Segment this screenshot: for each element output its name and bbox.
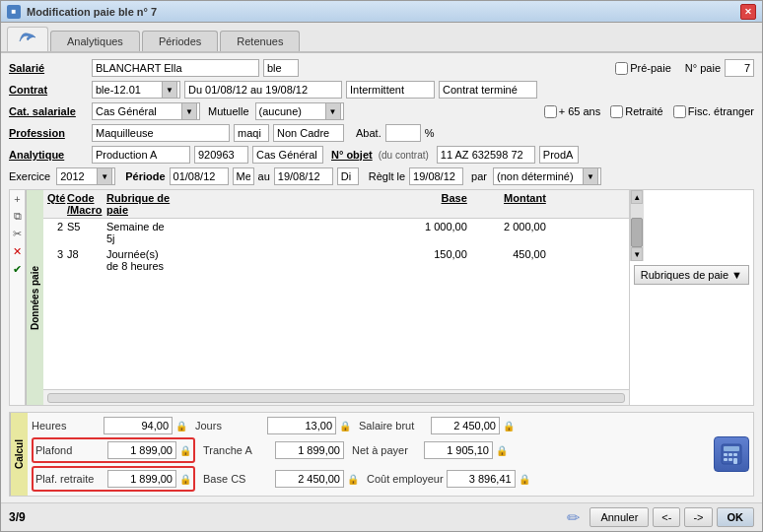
plafond-label: Plafond [35, 444, 104, 456]
analytique-type-input[interactable] [252, 146, 323, 164]
col-rubrique: Rubrique de paie [104, 191, 173, 217]
table-body: 2 S5 Semaine de 5j 1 000,00 2 000,00 3 J… [43, 219, 629, 389]
contrat-type-input[interactable] [346, 81, 435, 99]
cat-salariale-row: Cat. salariale ▼ Mutuelle ▼ + 65 ans Ret… [9, 102, 754, 120]
annuler-button[interactable]: Annuler [590, 507, 649, 527]
contrat-select-wrap[interactable]: ▼ [92, 81, 180, 99]
tranche-a-input[interactable] [275, 441, 344, 459]
plafond-highlighted: Plafond 🔒 [32, 437, 195, 463]
analytique-input[interactable] [92, 146, 190, 164]
salaire-brut-input[interactable] [431, 417, 500, 434]
table-hscroll[interactable] [43, 389, 629, 405]
pre-paie-checkbox[interactable] [615, 62, 628, 75]
table-row[interactable]: 2 S5 Semaine de 5j 1 000,00 2 000,00 [43, 219, 629, 246]
mutuelle-input[interactable] [256, 103, 325, 119]
plaf-retraite-highlighted: Plaf. retraite 🔒 [32, 466, 195, 492]
fisc-checkbox[interactable] [673, 105, 686, 118]
bird-icon [18, 32, 37, 45]
mutuelle-dropdown-arrow[interactable]: ▼ [325, 102, 341, 120]
tab-retenues[interactable]: Retenues [220, 31, 300, 51]
cat-dropdown-arrow[interactable]: ▼ [181, 102, 197, 120]
abat-pct: % [425, 127, 435, 139]
plaf-retraite-input[interactable] [107, 470, 176, 488]
no-paie-input[interactable] [725, 59, 754, 77]
regle-date-input[interactable] [409, 167, 463, 185]
base-cs-calc: Base CS 🔒 [203, 470, 359, 488]
net-payer-input[interactable] [424, 441, 493, 459]
periode-from-day-input[interactable] [233, 167, 254, 185]
next-button[interactable]: -> [684, 507, 712, 527]
hscroll-bar[interactable] [47, 393, 625, 403]
scroll-up-arrow[interactable]: ▲ [631, 190, 643, 204]
periode-label: Période [125, 170, 165, 182]
no-objet-input[interactable] [437, 146, 535, 164]
prev-button[interactable]: <- [653, 507, 680, 527]
row1-rubrique: Semaine de 5j [104, 220, 173, 245]
copy-icon[interactable]: ⧉ [13, 209, 23, 224]
check-icon[interactable]: ✔ [12, 262, 23, 277]
tranche-a-calc: Tranche A [203, 441, 344, 459]
table-row[interactable]: 3 J8 Journée(s) de 8 heures 150,00 450,0… [43, 246, 629, 274]
close-button[interactable]: ✕ [740, 4, 756, 20]
tab-analytiques[interactable]: Analytiques [50, 31, 140, 51]
cat-salariale-input[interactable] [93, 103, 181, 119]
plafond-input[interactable] [107, 441, 176, 459]
base-cs-input[interactable] [275, 470, 344, 488]
plafond-lock-icon: 🔒 [179, 445, 191, 456]
row1-montant: 2 000,00 [469, 220, 548, 245]
side-icons-panel: + ⧉ ✂ ✕ ✔ [10, 190, 26, 405]
rubriques-dropdown-arrow[interactable]: ▼ [731, 269, 742, 281]
contrat-row: Contrat ▼ [9, 81, 754, 99]
calculator-icon [720, 442, 743, 466]
cadre-input[interactable] [273, 124, 344, 142]
plus65-checkbox[interactable] [544, 105, 557, 118]
contrat-dropdown-arrow[interactable]: ▼ [162, 81, 177, 99]
add-icon[interactable]: + [13, 192, 21, 206]
par-arrow[interactable]: ▼ [583, 167, 598, 185]
rubriques-de-paie-button[interactable]: Rubriques de paie ▼ [634, 265, 749, 285]
cout-employeur-input[interactable] [447, 470, 516, 488]
scroll-down-arrow[interactable]: ▼ [631, 247, 643, 261]
fisc-wrap: Fisc. étranger [673, 105, 754, 118]
delete-icon[interactable]: ✕ [12, 244, 23, 259]
net-payer-calc: Net à payer 🔒 [352, 441, 508, 459]
ok-button[interactable]: OK [717, 507, 755, 527]
retraite-checkbox[interactable] [610, 105, 623, 118]
mutuelle-select[interactable]: ▼ [255, 102, 344, 120]
svg-rect-4 [733, 453, 737, 456]
scroll-thumb[interactable] [631, 218, 643, 247]
contrat-status-input[interactable] [439, 81, 537, 99]
salarie-code-input[interactable] [263, 59, 299, 77]
contrat-period-input[interactable] [184, 81, 342, 99]
abat-input[interactable] [385, 124, 421, 142]
calculator-button[interactable] [714, 436, 749, 472]
row1-code: S5 [65, 220, 104, 245]
tab-icon[interactable] [7, 27, 48, 51]
par-input[interactable] [494, 168, 583, 184]
periode-from-input[interactable] [170, 167, 229, 185]
contrat-code-input[interactable] [93, 82, 162, 98]
svg-rect-3 [728, 453, 732, 456]
net-payer-label: Net à payer [352, 444, 421, 456]
exercice-select[interactable]: ▼ [56, 167, 115, 185]
table-vscroll[interactable]: ▲ ▼ [630, 190, 644, 261]
no-objet-suffix-input[interactable] [539, 146, 579, 164]
exercice-input[interactable] [57, 168, 97, 184]
jours-input[interactable] [267, 417, 336, 434]
profession-input[interactable] [92, 124, 230, 142]
tab-periodes[interactable]: Périodes [142, 31, 218, 51]
cat-salariale-select[interactable]: ▼ [92, 102, 200, 120]
heures-input[interactable] [104, 417, 173, 434]
profession-code-input[interactable] [234, 124, 269, 142]
svg-rect-6 [728, 458, 732, 461]
calcul-row3: Plaf. retraite 🔒 Base CS 🔒 Coût employeu… [32, 466, 706, 492]
analytique-code-input[interactable] [194, 146, 248, 164]
periode-to-day-input[interactable] [337, 167, 359, 185]
rubriques-btn-wrap: Rubriques de paie ▼ [630, 261, 753, 405]
scissors-icon[interactable]: ✂ [12, 227, 23, 241]
tabs-bar: Analytiques Périodes Retenues [1, 23, 762, 53]
par-select[interactable]: ▼ [493, 167, 601, 185]
exercice-arrow[interactable]: ▼ [97, 167, 112, 185]
salarie-name-input[interactable] [92, 59, 259, 77]
periode-to-input[interactable] [274, 167, 333, 185]
